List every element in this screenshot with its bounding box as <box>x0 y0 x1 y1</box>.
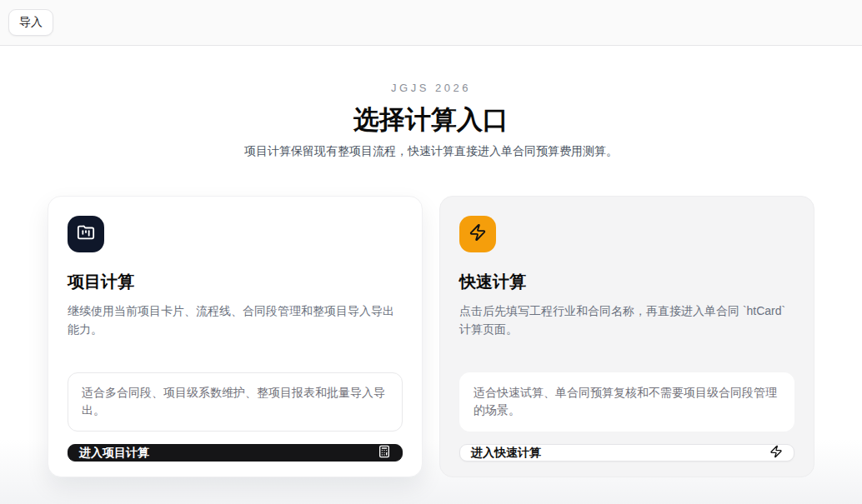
main-content: JGJS 2026 选择计算入口 项目计算保留现有整项目流程，快速计算直接进入单… <box>0 46 862 504</box>
page-subtitle: 项目计算保留现有整项目流程，快速计算直接进入单合同预算费用测算。 <box>0 142 862 159</box>
import-button[interactable]: 导入 <box>8 9 53 36</box>
project-card-description: 继续使用当前项目卡片、流程线、合同段管理和整项目导入导出能力。 <box>68 302 403 339</box>
project-calc-card: 项目计算 继续使用当前项目卡片、流程线、合同段管理和整项目导入导出能力。 适合多… <box>48 196 423 477</box>
app-version-eyebrow: JGJS 2026 <box>0 82 862 94</box>
folder-kanban-icon <box>77 223 95 245</box>
enter-project-calc-button[interactable]: 进入项目计算 <box>68 444 403 462</box>
enter-quick-calc-button[interactable]: 进入快速计算 <box>459 444 794 462</box>
project-card-note: 适合多合同段、项目级系数维护、整项目报表和批量导入导出。 <box>68 372 403 432</box>
calculator-icon <box>378 445 391 461</box>
quick-card-description: 点击后先填写工程行业和合同名称，再直接进入单合同 `htCard` 计算页面。 <box>459 302 794 339</box>
zap-icon <box>469 223 487 245</box>
page-title: 选择计算入口 <box>0 105 862 135</box>
topbar: 导入 <box>0 0 862 46</box>
quick-card-title: 快速计算 <box>459 271 794 293</box>
hero-section: JGJS 2026 选择计算入口 项目计算保留现有整项目流程，快速计算直接进入单… <box>0 82 862 159</box>
zap-icon <box>769 445 783 461</box>
project-icon-badge <box>68 216 104 252</box>
project-card-title: 项目计算 <box>68 271 403 293</box>
quick-calc-card: 快速计算 点击后先填写工程行业和合同名称，再直接进入单合同 `htCard` 计… <box>439 196 814 477</box>
enter-quick-calc-label: 进入快速计算 <box>471 446 541 461</box>
quick-card-note: 适合快速试算、单合同预算复核和不需要项目级合同段管理的场景。 <box>459 372 794 432</box>
quick-icon-badge <box>459 216 496 252</box>
enter-project-calc-label: 进入项目计算 <box>79 446 149 461</box>
entry-cards: 项目计算 继续使用当前项目卡片、流程线、合同段管理和整项目导入导出能力。 适合多… <box>48 196 814 477</box>
